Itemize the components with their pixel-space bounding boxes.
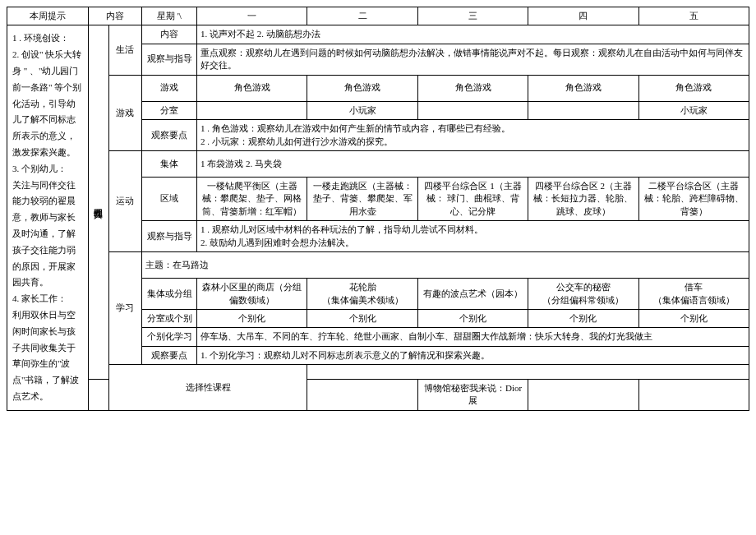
schedule-table: 本周提示 内容 星期 '\ 一 二 三 四 五 1 . 环境创设： 2. 创设"…	[7, 7, 749, 411]
game-d4: 角色游戏	[528, 75, 638, 101]
life-guide-label: 观察与指导	[141, 44, 196, 75]
elective-d3: 博物馆秘密我来说：Dior 展	[417, 379, 528, 410]
sport-group: 1 布袋游戏 2. 马夹袋	[197, 150, 749, 177]
learn-room-d2: 个别化	[307, 309, 417, 327]
game-label: 游戏	[108, 75, 141, 150]
spacer	[307, 365, 749, 380]
sport-area-d1: 一楼钻爬平衡区（主器械：攀爬架、垫子、网格筒、背篓新增：红军帽）	[197, 178, 307, 221]
day-1: 一	[197, 7, 307, 25]
game-room-label: 分室	[141, 101, 196, 119]
sport-area-d4: 四楼平台综合区 2（主器械：长短拉力器、轮胎、跳球、皮球）	[528, 178, 638, 221]
life-label: 生活	[108, 25, 141, 75]
day-3: 三	[417, 7, 528, 25]
sport-area-d2: 一楼走跑跳区（主器械：垫子、背篓、攀爬架、军用水壶	[307, 178, 417, 221]
learn-label: 学习	[108, 252, 141, 365]
learn-room-d5: 个别化	[638, 309, 749, 327]
learn-obs-label: 观察要点	[141, 346, 196, 364]
day-4: 四	[528, 7, 638, 25]
learn-group-label: 集体或分组	[141, 279, 196, 310]
learn-room-d3: 个别化	[417, 309, 528, 327]
game-room-d4	[528, 101, 638, 119]
content-title: 内容	[88, 7, 141, 25]
weekday-title: 星期 '\	[141, 7, 196, 25]
learn-group-d5: 借车 （集体偏语言领域）	[638, 279, 749, 310]
elective-d4	[528, 379, 638, 410]
sport-area-label: 区域	[141, 178, 196, 221]
learn-group-d2: 花轮胎 （集体偏美术领域）	[307, 279, 417, 310]
life-content-label: 内容	[141, 25, 196, 44]
learn-room-d1: 个别化	[197, 309, 307, 327]
elective-d1	[88, 379, 108, 410]
game-games-label: 游戏	[141, 75, 196, 101]
sport-group-label: 集体	[141, 150, 196, 177]
learn-group-d1: 森林小区里的商店（分组偏数领域）	[197, 279, 307, 310]
game-d5: 角色游戏	[638, 75, 749, 101]
sport-area-d3: 四楼平台综合区 1（主器械： 球门、曲棍球、背心、记分牌	[417, 178, 528, 221]
sport-guide-label: 观察与指导	[141, 221, 196, 252]
game-obs-label: 观察要点	[141, 120, 196, 151]
common-course-label: 共同性课程	[88, 25, 108, 380]
life-guide: 重点观察：观察幼儿在遇到问题的时候如何动脑筋想办法解决，做错事情能说声对不起。每…	[197, 44, 749, 75]
learn-group-d3: 有趣的波点艺术（园本）	[417, 279, 528, 310]
learn-topic: 主题：在马路边	[141, 252, 749, 279]
weekly-tips: 1 . 环境创设： 2. 创设" 快乐大转身 " 、"幼儿园门前一条路" 等个别…	[7, 25, 89, 410]
learn-group-d4: 公交车的秘密 （分组偏科常领域）	[528, 279, 638, 310]
sport-area-d5: 二楼平台综合区（主器械：轮胎、跨栏障碍物、背篓）	[638, 178, 749, 221]
game-room-d1	[197, 101, 307, 119]
game-d1: 角色游戏	[197, 75, 307, 101]
elective-d5	[638, 379, 749, 410]
learn-indiv-label: 个别化学习	[141, 328, 196, 346]
game-d2: 角色游戏	[307, 75, 417, 101]
learn-indiv: 停车场、大吊车、不同的车、拧车轮、绝世小画家、自制小车、甜甜圈大作战新增：快乐大…	[197, 328, 749, 346]
elective-d2	[307, 379, 417, 410]
day-5: 五	[638, 7, 749, 25]
sport-label: 运动	[108, 150, 141, 251]
sport-guide: 1 . 观察幼儿对区域中材料的各种玩法的了解，指导幼儿尝试不同材料。 2. 鼓励…	[197, 221, 749, 252]
elective-label: 选择性课程	[108, 365, 307, 411]
game-room-d3	[417, 101, 528, 119]
game-room-d2: 小玩家	[307, 101, 417, 119]
game-d3: 角色游戏	[417, 75, 528, 101]
tips-title: 本周提示	[7, 7, 89, 25]
learn-obs: 1. 个别化学习：观察幼儿对不同标志所表示意义的了解情况和探索兴趣。	[197, 346, 749, 364]
learn-room-d4: 个别化	[528, 309, 638, 327]
learn-room-label: 分室或个别	[141, 309, 196, 327]
day-2: 二	[307, 7, 417, 25]
game-room-d5: 小玩家	[638, 101, 749, 119]
life-content: 1. 说声对不起 2. 动脑筋想办法	[197, 25, 749, 44]
game-obs: 1 . 角色游戏：观察幼儿在游戏中如何产生新的情节或内容，有哪些已有经验。 2 …	[197, 120, 749, 151]
